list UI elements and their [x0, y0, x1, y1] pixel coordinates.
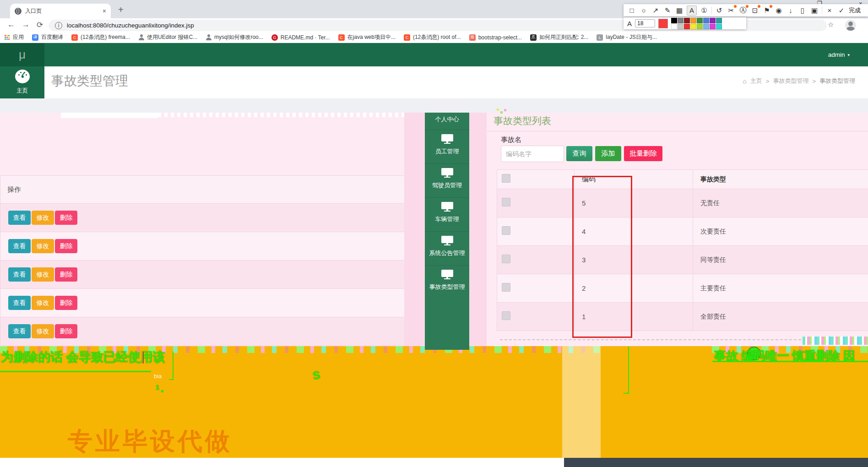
bookmark-item[interactable]: mysql如何修改roo... — [206, 33, 263, 41]
search-input[interactable] — [501, 146, 564, 162]
sidebar-item-home[interactable]: 主页 — [0, 70, 44, 95]
app-navbar — [0, 43, 868, 66]
bookmark-item[interactable]: C (12条消息) freema... — [71, 33, 130, 41]
color-swatch[interactable] — [697, 18, 703, 23]
bookmark-item[interactable]: 简 bootstrap-select... — [469, 34, 522, 41]
color-swatch[interactable] — [684, 24, 690, 29]
bookmark-icon[interactable]: ▣ — [810, 6, 819, 15]
confirm-check-icon[interactable]: ✓ — [837, 6, 846, 15]
edit-button[interactable]: 修改 — [32, 267, 54, 282]
tab-close-icon[interactable]: × — [103, 8, 106, 14]
color-swatch[interactable] — [710, 24, 716, 29]
download-icon[interactable]: ↓ — [786, 6, 795, 15]
cancel-snip-icon[interactable]: × — [825, 6, 834, 15]
delete-button[interactable]: 删除 — [55, 267, 77, 282]
active-color-swatch[interactable] — [658, 19, 668, 28]
color-swatch[interactable] — [697, 24, 703, 29]
color-swatch[interactable] — [703, 24, 709, 29]
color-swatch[interactable] — [690, 18, 696, 23]
bookmark-item[interactable]: 译 百度翻译 — [32, 33, 63, 41]
select-all-checkbox[interactable] — [502, 174, 510, 183]
reload-icon[interactable]: ⟳ — [37, 20, 43, 30]
delete-button[interactable]: 删除 — [55, 324, 77, 338]
view-button[interactable]: 查看 — [8, 324, 31, 338]
pencil-tool-icon[interactable]: ✎ — [663, 6, 672, 15]
view-button[interactable]: 查看 — [8, 211, 31, 225]
bookmark-item[interactable]: G README.md · Ter... — [271, 34, 330, 41]
edit-button[interactable]: 修改 — [32, 239, 54, 253]
breadcrumb-home[interactable]: 主页 — [750, 77, 762, 85]
back-icon[interactable]: ← — [7, 20, 15, 29]
edit-button[interactable]: 修改 — [32, 296, 54, 310]
row-checkbox[interactable] — [502, 311, 510, 320]
view-button[interactable]: 查看 — [8, 267, 31, 282]
arrow-tool-icon[interactable]: ↗ — [651, 6, 660, 15]
menu-item-profile[interactable]: 个人中心 — [425, 113, 469, 130]
bookmark-item[interactable]: 使用UEditor 报错C... — [138, 33, 197, 41]
forward-icon[interactable]: → — [22, 20, 30, 29]
color-swatch[interactable] — [684, 18, 690, 23]
table-row: 查看 修改 删除 — [0, 204, 404, 232]
monitor-icon — [441, 168, 453, 178]
text-tool-icon[interactable]: A — [687, 5, 697, 16]
search-button[interactable]: 查询 — [566, 146, 592, 161]
breadcrumb-level1[interactable]: 事故类型管理 — [773, 77, 808, 85]
bookmark-apps[interactable]: 应用 — [5, 33, 24, 41]
ocr-icon[interactable]: ⊡ — [750, 6, 760, 15]
delete-button[interactable]: 删除 — [55, 239, 77, 253]
bookmark-item[interactable]: C (12条消息) root of... — [404, 33, 461, 41]
undo-icon[interactable]: ↺ — [715, 6, 724, 15]
new-tab-button[interactable]: + — [118, 5, 124, 15]
row-checkbox[interactable] — [502, 198, 510, 206]
number-tool-icon[interactable]: ① — [700, 6, 709, 15]
color-swatch[interactable] — [671, 24, 677, 29]
monitor-icon — [441, 202, 453, 212]
color-swatch[interactable] — [678, 18, 684, 23]
batch-delete-button[interactable]: 批量删除 — [624, 146, 662, 161]
translate-icon[interactable]: Ⓐ — [738, 6, 748, 15]
done-button[interactable]: 完成 — [849, 6, 861, 15]
row-checkbox[interactable] — [502, 283, 510, 292]
bookmark-star-icon[interactable]: ☆ — [828, 21, 834, 29]
view-button[interactable]: 查看 — [8, 296, 31, 310]
color-swatch[interactable] — [671, 18, 677, 23]
font-size-select[interactable]: 18 — [635, 19, 655, 27]
scroll-hint-line — [500, 339, 806, 340]
view-button[interactable]: 查看 — [8, 239, 31, 253]
rect-tool-icon[interactable]: □ — [627, 6, 636, 15]
device-icon[interactable]: ▯ — [798, 6, 807, 15]
color-swatch[interactable] — [703, 18, 709, 23]
bookmark-item[interactable]: C 在java web项目中... — [338, 33, 396, 41]
color-swatch[interactable] — [678, 24, 684, 29]
menu-item-staff[interactable]: 员工管理 — [425, 130, 469, 164]
menu-item-accident-types[interactable]: 事故类型管理 — [425, 265, 469, 299]
browser-tab[interactable]: 入口页 × — [10, 4, 111, 18]
color-swatch[interactable] — [716, 24, 722, 29]
text-caret — [143, 352, 144, 364]
delete-button[interactable]: 删除 — [55, 211, 77, 225]
profile-avatar[interactable] — [845, 20, 856, 31]
row-checkbox[interactable] — [502, 226, 510, 235]
bookmark-item[interactable]: L layDate - JS日期与... — [597, 33, 656, 41]
menu-item-vehicles[interactable]: 车辆管理 — [425, 197, 469, 232]
cut-icon[interactable]: ✂ — [727, 6, 736, 15]
row-checkbox[interactable] — [502, 255, 510, 263]
color-swatch[interactable] — [716, 18, 722, 23]
bookmark-item[interactable]: 爪 如何用正则匹配: 2... — [530, 33, 588, 41]
menu-item-drivers[interactable]: 驾驶员管理 — [425, 163, 469, 198]
page-info-icon[interactable]: i — [55, 22, 62, 29]
menu-item-announcements[interactable]: 系统公告管理 — [425, 231, 469, 266]
ellipse-tool-icon[interactable]: ○ — [639, 6, 648, 15]
add-button[interactable]: 添加 — [595, 146, 621, 161]
edit-button[interactable]: 修改 — [32, 211, 54, 225]
app-logo[interactable]: μ — [0, 43, 44, 66]
color-swatch[interactable] — [690, 24, 696, 29]
mosaic-tool-icon[interactable]: ▦ — [675, 6, 684, 15]
user-menu[interactable]: admin ▾ — [828, 43, 850, 66]
record-icon[interactable]: ◉ — [774, 6, 783, 15]
snip-toolbar: □ ○ ↗ ✎ ▦ A ① ↺ ✂ Ⓐ ⊡ ⚑ ◉ ↓ ▯ ▣ × ✓ 完成 — [624, 4, 868, 16]
delete-button[interactable]: 删除 — [55, 296, 77, 310]
pin-icon[interactable]: ⚑ — [762, 6, 771, 15]
color-swatch[interactable] — [710, 18, 716, 23]
edit-button[interactable]: 修改 — [32, 324, 54, 338]
